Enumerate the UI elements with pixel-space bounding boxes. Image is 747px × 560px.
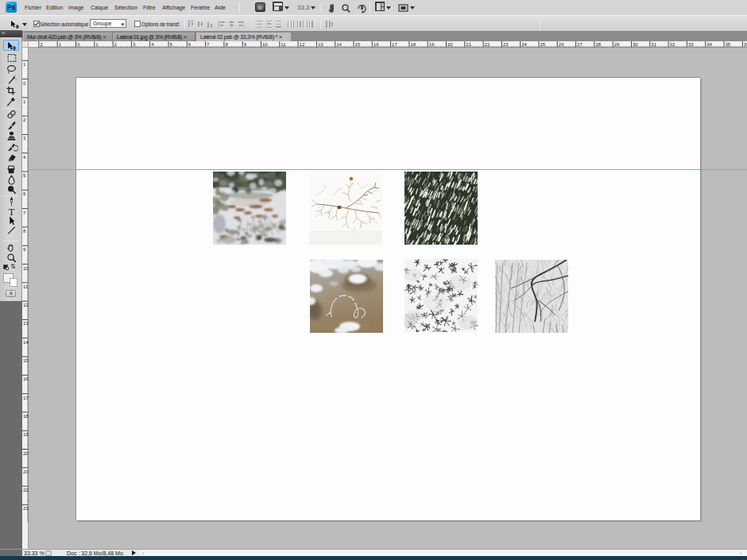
svg-text:5: 5 bbox=[23, 173, 26, 178]
svg-text:0: 0 bbox=[23, 81, 26, 86]
svg-text:6: 6 bbox=[23, 191, 26, 196]
svg-text:2: 2 bbox=[23, 118, 26, 122]
svg-text:1: 1 bbox=[23, 62, 26, 67]
svg-text:4: 4 bbox=[23, 155, 26, 160]
svg-text:3: 3 bbox=[23, 136, 26, 141]
svg-text:7: 7 bbox=[23, 210, 26, 215]
svg-text:8: 8 bbox=[23, 229, 26, 234]
svg-text:9: 9 bbox=[23, 247, 26, 252]
svg-text:1: 1 bbox=[23, 99, 26, 104]
